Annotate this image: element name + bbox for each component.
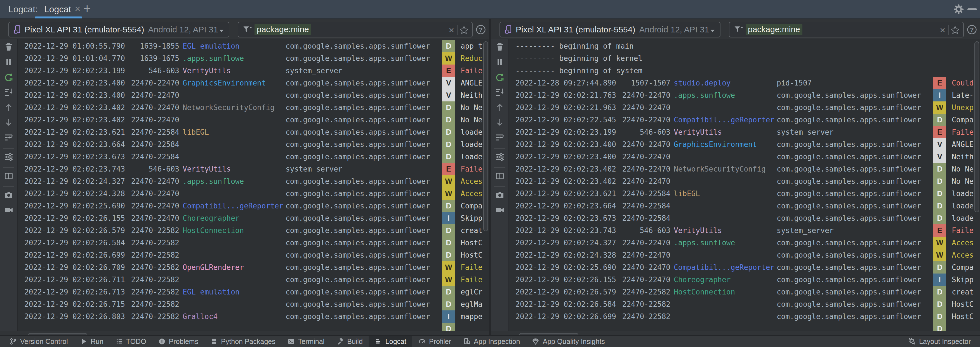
log-row[interactable]: 2022-12-29 02:02:23.40022470-22470com.go…: [18, 89, 489, 101]
log-row[interactable]: 2022-12-29 02:02:23.40022470-22470Graphi…: [509, 138, 980, 151]
log-row[interactable]: 2022-12-29 02:02:23.67322470-22584com.go…: [18, 151, 489, 163]
scroll-to-end-icon[interactable]: [495, 87, 505, 97]
log-row[interactable]: 2022-12-29 02:02:26.69922470-22582com.go…: [509, 311, 980, 323]
status-item-run[interactable]: Run: [74, 336, 109, 347]
filter-funnel-icon[interactable]: [242, 24, 252, 35]
pause-logcat-icon[interactable]: [4, 57, 14, 67]
log-row[interactable]: 2022-12-29 02:02:23.743546-603VerityUtil…: [509, 224, 980, 237]
status-item-profiler[interactable]: Profiler: [412, 336, 457, 347]
next-occurrence-icon[interactable]: [495, 117, 505, 127]
log-row[interactable]: 2022-12-29 02:02:23.199546-603VerityUtil…: [18, 65, 489, 77]
screenshot-icon[interactable]: [495, 190, 505, 200]
log-row[interactable]: 2022-12-29 02:02:26.57922470-22582HostCo…: [509, 286, 980, 298]
status-item-build[interactable]: Build: [330, 336, 369, 347]
screen-record-icon[interactable]: [495, 205, 505, 215]
vertical-scrollbar[interactable]: [974, 41, 979, 212]
restart-logcat-icon[interactable]: [4, 72, 14, 82]
log-row[interactable]: --------- beginning of system: [509, 65, 980, 77]
log-row[interactable]: 2022-12-29 02:02:25.69022470-22470Compat…: [18, 200, 489, 212]
log-row[interactable]: 2022-12-29 02:02:23.40222470-22470com.go…: [18, 114, 489, 126]
log-row[interactable]: 2022-12-29 02:02:23.62122470-22584libEGL…: [18, 126, 489, 138]
clear-logcat-icon[interactable]: [4, 42, 14, 52]
status-item-version-control[interactable]: Version Control: [3, 336, 74, 347]
configure-logcat-icon[interactable]: [495, 152, 505, 162]
panel-splitter[interactable]: [489, 19, 491, 335]
log-row[interactable]: 2022-12-29 02:02:25.69022470-22470Compat…: [509, 261, 980, 274]
status-item-terminal[interactable]: Terminal: [282, 336, 330, 347]
gear-icon[interactable]: [953, 4, 964, 15]
soft-wrap-icon[interactable]: [495, 132, 505, 143]
status-item-logcat[interactable]: Logcat: [369, 336, 412, 347]
status-item-todo[interactable]: TODO: [109, 336, 152, 347]
log-row[interactable]: 2022-12-29 02:02:23.40022470-22470Graphi…: [18, 77, 489, 89]
previous-occurrence-icon[interactable]: [495, 102, 505, 112]
log-row[interactable]: 2022-12-29 02:02:26.15522470-22470Choreo…: [509, 274, 980, 286]
log-row[interactable]: 2022-12-29 02:02:21.96322470-22470com.go…: [509, 101, 980, 114]
close-icon[interactable]: ×: [75, 0, 81, 18]
restart-logcat-icon[interactable]: [495, 72, 505, 82]
screenshot-icon[interactable]: [4, 190, 14, 200]
log-row[interactable]: 2022-12-29 02:02:26.57922470-22582HostCo…: [18, 224, 489, 237]
scroll-to-end-icon[interactable]: [4, 87, 14, 97]
star-icon[interactable]: [459, 25, 469, 35]
clear-filter-icon[interactable]: ×: [449, 22, 454, 38]
log-row[interactable]: 2022-12-29 02:02:22.54522470-22470Compat…: [509, 114, 980, 126]
log-row[interactable]: 2022-12-29 02:02:23.40222470-22470com.go…: [509, 175, 980, 187]
log-row[interactable]: 2022-12-29 02:02:23.40222470-22470Networ…: [18, 101, 489, 114]
log-row[interactable]: 2022-12-29 02:02:23.40022470-22470com.go…: [509, 151, 980, 163]
filter-input[interactable]: package:mine ×: [238, 22, 473, 38]
hide-toolwindow-icon[interactable]: [967, 4, 978, 15]
log-row[interactable]: 2022-12-29 02:02:26.58422470-22582com.go…: [18, 237, 489, 249]
pause-logcat-icon[interactable]: [495, 57, 505, 67]
help-icon[interactable]: ?: [967, 24, 977, 35]
split-panels-icon[interactable]: [495, 171, 505, 181]
tab-logcat[interactable]: Logcat ×: [35, 0, 82, 19]
log-row[interactable]: 2022-12-29 02:02:24.32722470-22470.apps.…: [18, 175, 489, 187]
log-row[interactable]: 2022-12-29 02:02:23.66422470-22584com.go…: [18, 138, 489, 151]
help-icon[interactable]: ?: [476, 24, 486, 35]
previous-occurrence-icon[interactable]: [4, 102, 14, 112]
log-row[interactable]: 2022-12-29 02:02:24.32822470-22470com.go…: [18, 187, 489, 200]
star-icon[interactable]: [950, 25, 961, 35]
log-row[interactable]: 2022-12-29 02:02:24.32822470-22470com.go…: [509, 249, 980, 261]
screen-record-icon[interactable]: [4, 205, 14, 215]
split-panels-icon[interactable]: [4, 171, 14, 181]
device-selector[interactable]: Pixel XL API 31 (emulator-5554) Android …: [500, 22, 721, 38]
vertical-scrollbar[interactable]: [483, 41, 488, 231]
log-row[interactable]: 2022-12-29 02:02:26.69922470-22582com.go…: [18, 249, 489, 261]
log-row[interactable]: 2022-12-29 02:02:23.62122470-22584libEGL…: [509, 187, 980, 200]
log-row[interactable]: D: [509, 323, 980, 331]
log-row[interactable]: 2022-12-29 02:02:26.58422470-22582com.go…: [509, 298, 980, 311]
filter-funnel-icon[interactable]: [733, 24, 743, 35]
log-row[interactable]: 2022-12-29 02:02:26.71122470-22582com.go…: [18, 274, 489, 286]
status-item-problems[interactable]: Problems: [152, 336, 204, 347]
status-item-layout-inspector[interactable]: Layout Inspector: [902, 336, 977, 347]
log-row[interactable]: 2022-12-29 01:00:55.7901639-1855EGL_emul…: [18, 40, 489, 52]
log-row[interactable]: 2022-12-29 02:02:23.66422470-22584com.go…: [509, 200, 980, 212]
log-row[interactable]: 2022-12-29 02:02:26.71322470-22582EGL_em…: [18, 286, 489, 298]
log-row[interactable]: 2022-12-29 02:02:23.743546-603VerityUtil…: [18, 163, 489, 175]
log-row[interactable]: 2022-12-29 02:02:26.71522470-22582com.go…: [18, 298, 489, 311]
status-item-app-quality-insights[interactable]: App Quality Insights: [526, 336, 611, 347]
log-row[interactable]: 2022-12-29 01:01:04.7701639-1675.apps.su…: [18, 52, 489, 65]
log-row[interactable]: 2022-12-29 02:02:23.40222470-22470Networ…: [509, 163, 980, 175]
log-row[interactable]: 2022-12-29 02:02:24.32722470-22470.apps.…: [509, 237, 980, 249]
log-row[interactable]: 2022-12-29 02:02:23.67322470-22584com.go…: [509, 212, 980, 224]
log-row[interactable]: --------- beginning of kernel: [509, 52, 980, 65]
log-row[interactable]: 2022-12-29 02:02:23.199546-603VerityUtil…: [509, 126, 980, 138]
log-row[interactable]: 2022-12-29 02:02:21.76322470-22470.apps.…: [509, 89, 980, 101]
configure-logcat-icon[interactable]: [4, 152, 14, 162]
log-row[interactable]: 2022-12-29 02:02:26.15522470-22470Choreo…: [18, 212, 489, 224]
filter-input[interactable]: package:mine ×: [729, 22, 964, 38]
next-occurrence-icon[interactable]: [4, 117, 14, 127]
clear-logcat-icon[interactable]: [495, 42, 505, 52]
log-row[interactable]: D: [18, 323, 489, 331]
log-row[interactable]: 2022-12-29 02:02:26.80322470-22582Grallo…: [18, 311, 489, 323]
device-selector[interactable]: Pixel XL API 31 (emulator-5554) Android …: [8, 22, 229, 38]
soft-wrap-icon[interactable]: [4, 132, 14, 143]
log-row[interactable]: 2022-12-28 09:27:44.8901507-1507studio.d…: [509, 77, 980, 89]
status-item-python-packages[interactable]: Python Packages: [204, 336, 282, 347]
log-row[interactable]: --------- beginning of main: [509, 40, 980, 52]
status-item-app-inspection[interactable]: App Inspection: [457, 336, 526, 347]
log-row[interactable]: 2022-12-29 02:02:26.70922470-22582OpenGL…: [18, 261, 489, 274]
